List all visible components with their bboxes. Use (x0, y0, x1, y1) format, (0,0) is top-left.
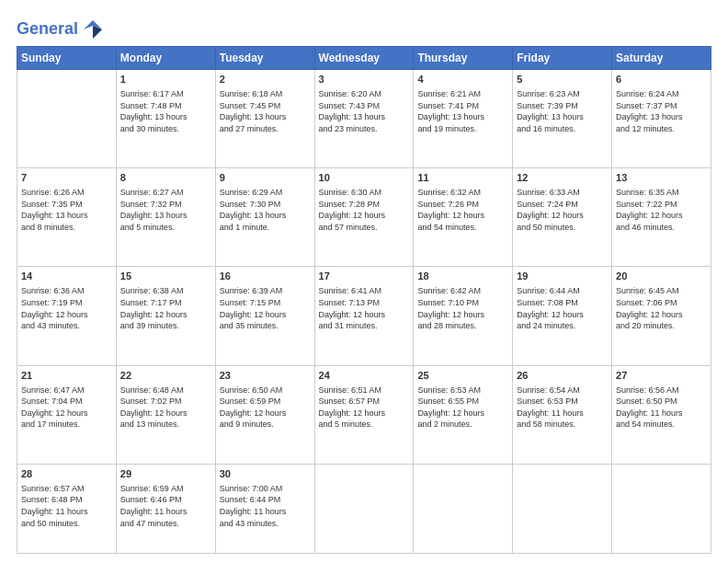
weekday-header-monday: Monday (116, 47, 215, 70)
calendar-cell (513, 464, 612, 553)
day-number: 10 (319, 171, 410, 186)
cell-info: Sunrise: 6:30 AM Sunset: 7:28 PM Dayligh… (319, 187, 410, 233)
day-number: 6 (616, 73, 707, 87)
calendar-cell: 15Sunrise: 6:38 AM Sunset: 7:17 PM Dayli… (116, 267, 215, 365)
day-number: 8 (120, 171, 211, 186)
calendar-cell: 4Sunrise: 6:21 AM Sunset: 7:41 PM Daylig… (414, 70, 513, 168)
cell-info: Sunrise: 6:57 AM Sunset: 6:48 PM Dayligh… (21, 483, 112, 529)
day-number: 22 (120, 369, 211, 384)
day-number: 18 (417, 270, 508, 284)
weekday-header-saturday: Saturday (612, 47, 711, 70)
calendar-cell: 23Sunrise: 6:50 AM Sunset: 6:59 PM Dayli… (215, 365, 314, 464)
calendar-cell: 8Sunrise: 6:27 AM Sunset: 7:32 PM Daylig… (116, 168, 215, 267)
cell-info: Sunrise: 6:38 AM Sunset: 7:17 PM Dayligh… (120, 285, 211, 331)
logo-text: General (17, 19, 78, 40)
cell-info: Sunrise: 6:41 AM Sunset: 7:13 PM Dayligh… (319, 285, 410, 331)
calendar-cell: 16Sunrise: 6:39 AM Sunset: 7:15 PM Dayli… (215, 267, 314, 365)
calendar-cell: 2Sunrise: 6:18 AM Sunset: 7:45 PM Daylig… (215, 70, 314, 168)
cell-info: Sunrise: 6:36 AM Sunset: 7:19 PM Dayligh… (21, 285, 112, 331)
weekday-header-thursday: Thursday (414, 47, 513, 70)
calendar-cell: 18Sunrise: 6:42 AM Sunset: 7:10 PM Dayli… (414, 267, 513, 365)
cell-info: Sunrise: 6:24 AM Sunset: 7:37 PM Dayligh… (616, 88, 707, 134)
day-number: 21 (21, 369, 112, 384)
day-number: 7 (21, 171, 112, 186)
cell-info: Sunrise: 6:18 AM Sunset: 7:45 PM Dayligh… (220, 88, 311, 134)
calendar-cell (414, 464, 513, 553)
day-number: 30 (220, 467, 311, 482)
weekday-header-row: SundayMondayTuesdayWednesdayThursdayFrid… (17, 47, 711, 70)
week-row-3: 14Sunrise: 6:36 AM Sunset: 7:19 PM Dayli… (17, 267, 711, 365)
day-number: 5 (517, 73, 608, 87)
weekday-header-friday: Friday (513, 47, 612, 70)
cell-info: Sunrise: 6:56 AM Sunset: 6:50 PM Dayligh… (616, 385, 707, 431)
cell-info: Sunrise: 7:00 AM Sunset: 6:44 PM Dayligh… (220, 483, 311, 529)
calendar-cell: 28Sunrise: 6:57 AM Sunset: 6:48 PM Dayli… (17, 464, 117, 553)
weekday-header-sunday: Sunday (17, 47, 117, 70)
calendar-cell: 14Sunrise: 6:36 AM Sunset: 7:19 PM Dayli… (17, 267, 117, 365)
cell-info: Sunrise: 6:21 AM Sunset: 7:41 PM Dayligh… (417, 88, 508, 134)
calendar-cell: 11Sunrise: 6:32 AM Sunset: 7:26 PM Dayli… (414, 168, 513, 267)
cell-info: Sunrise: 6:59 AM Sunset: 6:46 PM Dayligh… (120, 483, 211, 529)
day-number: 23 (220, 369, 311, 384)
calendar-cell (17, 70, 117, 168)
cell-info: Sunrise: 6:53 AM Sunset: 6:55 PM Dayligh… (417, 385, 508, 431)
calendar-cell: 1Sunrise: 6:17 AM Sunset: 7:48 PM Daylig… (116, 70, 215, 168)
calendar-cell: 22Sunrise: 6:48 AM Sunset: 7:02 PM Dayli… (116, 365, 215, 464)
week-row-2: 7Sunrise: 6:26 AM Sunset: 7:35 PM Daylig… (17, 168, 711, 267)
day-number: 1 (120, 73, 211, 87)
svg-marker-1 (93, 26, 102, 39)
cell-info: Sunrise: 6:47 AM Sunset: 7:04 PM Dayligh… (21, 385, 112, 431)
cell-info: Sunrise: 6:42 AM Sunset: 7:10 PM Dayligh… (417, 285, 508, 331)
day-number: 11 (417, 171, 508, 186)
calendar-cell: 17Sunrise: 6:41 AM Sunset: 7:13 PM Dayli… (314, 267, 414, 365)
calendar-cell: 12Sunrise: 6:33 AM Sunset: 7:24 PM Dayli… (513, 168, 612, 267)
calendar-cell: 10Sunrise: 6:30 AM Sunset: 7:28 PM Dayli… (314, 168, 414, 267)
cell-info: Sunrise: 6:32 AM Sunset: 7:26 PM Dayligh… (417, 187, 508, 233)
calendar-cell (314, 464, 414, 553)
calendar-cell: 5Sunrise: 6:23 AM Sunset: 7:39 PM Daylig… (513, 70, 612, 168)
week-row-1: 1Sunrise: 6:17 AM Sunset: 7:48 PM Daylig… (17, 70, 711, 168)
calendar-cell: 26Sunrise: 6:54 AM Sunset: 6:53 PM Dayli… (513, 365, 612, 464)
day-number: 25 (417, 369, 508, 384)
day-number: 29 (120, 467, 211, 482)
calendar-cell: 20Sunrise: 6:45 AM Sunset: 7:06 PM Dayli… (612, 267, 711, 365)
cell-info: Sunrise: 6:29 AM Sunset: 7:30 PM Dayligh… (220, 187, 311, 233)
calendar-cell: 9Sunrise: 6:29 AM Sunset: 7:30 PM Daylig… (215, 168, 314, 267)
day-number: 12 (517, 171, 608, 186)
calendar-cell: 29Sunrise: 6:59 AM Sunset: 6:46 PM Dayli… (116, 464, 215, 553)
calendar-cell: 13Sunrise: 6:35 AM Sunset: 7:22 PM Dayli… (612, 168, 711, 267)
week-row-4: 21Sunrise: 6:47 AM Sunset: 7:04 PM Dayli… (17, 365, 711, 464)
day-number: 16 (220, 270, 311, 284)
week-row-5: 28Sunrise: 6:57 AM Sunset: 6:48 PM Dayli… (17, 464, 711, 553)
calendar-cell: 21Sunrise: 6:47 AM Sunset: 7:04 PM Dayli… (17, 365, 117, 464)
cell-info: Sunrise: 6:17 AM Sunset: 7:48 PM Dayligh… (120, 88, 211, 134)
cell-info: Sunrise: 6:48 AM Sunset: 7:02 PM Dayligh… (120, 385, 211, 431)
cell-info: Sunrise: 6:51 AM Sunset: 6:57 PM Dayligh… (319, 385, 410, 431)
calendar-cell: 25Sunrise: 6:53 AM Sunset: 6:55 PM Dayli… (414, 365, 513, 464)
cell-info: Sunrise: 6:44 AM Sunset: 7:08 PM Dayligh… (517, 285, 608, 331)
cell-info: Sunrise: 6:39 AM Sunset: 7:15 PM Dayligh… (220, 285, 311, 331)
calendar-cell: 6Sunrise: 6:24 AM Sunset: 7:37 PM Daylig… (612, 70, 711, 168)
day-number: 15 (120, 270, 211, 284)
cell-info: Sunrise: 6:50 AM Sunset: 6:59 PM Dayligh… (220, 385, 311, 431)
calendar-table: SundayMondayTuesdayWednesdayThursdayFrid… (17, 46, 711, 554)
weekday-header-wednesday: Wednesday (314, 47, 414, 70)
day-number: 13 (616, 171, 707, 186)
cell-info: Sunrise: 6:33 AM Sunset: 7:24 PM Dayligh… (517, 187, 608, 233)
cell-info: Sunrise: 6:35 AM Sunset: 7:22 PM Dayligh… (616, 187, 707, 233)
calendar-cell: 3Sunrise: 6:20 AM Sunset: 7:43 PM Daylig… (314, 70, 414, 168)
day-number: 27 (616, 369, 707, 384)
weekday-header-tuesday: Tuesday (215, 47, 314, 70)
day-number: 28 (21, 467, 112, 482)
cell-info: Sunrise: 6:23 AM Sunset: 7:39 PM Dayligh… (517, 88, 608, 134)
cell-info: Sunrise: 6:26 AM Sunset: 7:35 PM Dayligh… (21, 187, 112, 233)
header: General (17, 17, 711, 39)
calendar-cell: 7Sunrise: 6:26 AM Sunset: 7:35 PM Daylig… (17, 168, 117, 267)
cell-info: Sunrise: 6:27 AM Sunset: 7:32 PM Dayligh… (120, 187, 211, 233)
day-number: 14 (21, 270, 112, 284)
day-number: 26 (517, 369, 608, 384)
day-number: 4 (417, 73, 508, 87)
calendar-cell (612, 464, 711, 553)
cell-info: Sunrise: 6:45 AM Sunset: 7:06 PM Dayligh… (616, 285, 707, 331)
calendar-cell: 24Sunrise: 6:51 AM Sunset: 6:57 PM Dayli… (314, 365, 414, 464)
